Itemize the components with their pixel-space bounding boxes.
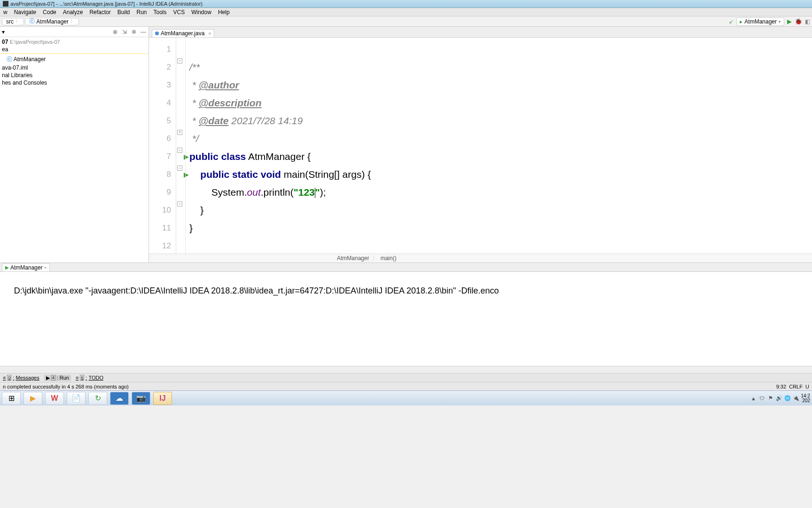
- tree-row[interactable]: hes and Consoles: [0, 79, 148, 87]
- gear-icon[interactable]: ✲: [131, 29, 137, 35]
- tree-row[interactable]: nal Libraries: [0, 71, 148, 79]
- editor-breadcrumbs[interactable]: AtmManager 〉 main(): [149, 254, 812, 262]
- breadcrumb-item[interactable]: AtmManager: [337, 255, 369, 262]
- menu-item[interactable]: Refactor: [86, 9, 114, 16]
- line-ending[interactable]: CRLF: [789, 384, 803, 389]
- run-button[interactable]: ▶: [787, 18, 792, 25]
- windows-taskbar: ⊞ ▶ W 📄 ↻ ☁ 📷 IJ ▲ 🛡 ⚑ 🔊 🌐 🔌 14:2 202: [0, 390, 812, 405]
- menu-item[interactable]: Window: [188, 9, 215, 16]
- status-message: n completed successfully in 4 s 268 ms (…: [3, 384, 129, 389]
- fold-toggle[interactable]: −: [177, 166, 182, 171]
- line-number: 6: [149, 130, 176, 148]
- status-bar: n completed successfully in 4 s 268 ms (…: [0, 382, 812, 390]
- tool-tab-messages[interactable]: ≡ 0: Messages: [3, 375, 39, 381]
- fold-column: − + − − −: [176, 38, 186, 254]
- class-icon: [155, 32, 159, 35]
- fold-toggle[interactable]: −: [177, 148, 182, 153]
- target-icon[interactable]: ⊕: [112, 29, 118, 35]
- tray-icon[interactable]: 🛡: [759, 395, 765, 402]
- code-content[interactable]: /** * @author * @description * @date 202…: [186, 38, 812, 254]
- chevron-right-icon: 〉: [70, 18, 75, 24]
- hide-icon[interactable]: —: [140, 29, 147, 35]
- close-icon[interactable]: ×: [208, 31, 211, 36]
- run-tab[interactable]: ▶ AtmManager ×: [2, 263, 50, 271]
- taskbar-app[interactable]: 📷: [132, 392, 150, 405]
- window-title: avaProject\java-07] - ...\src\AtmManager…: [10, 1, 203, 7]
- line-number: 8▶: [149, 166, 176, 183]
- line-number: 4: [149, 94, 176, 112]
- line-number: 9: [149, 183, 176, 201]
- collapse-icon[interactable]: ⇲: [121, 29, 128, 35]
- code-editor[interactable]: 1 2 3 4 5 6 7▶ 8▶ 9 10 11 12 − + − − −: [149, 38, 812, 254]
- close-icon[interactable]: ×: [44, 265, 47, 270]
- run-config-icon: ▸: [740, 18, 742, 25]
- menu-bar[interactable]: w Navigate Code Analyze Refactor Build R…: [0, 8, 812, 16]
- tray-icon[interactable]: 🔌: [793, 395, 799, 402]
- menu-item[interactable]: Help: [215, 9, 233, 16]
- taskbar-app[interactable]: W: [45, 392, 64, 405]
- menu-item[interactable]: Tools: [150, 9, 170, 16]
- breadcrumb-label: AtmManager: [36, 18, 69, 25]
- window-title-bar: avaProject\java-07] - ...\src\AtmManager…: [0, 0, 812, 8]
- build-icon[interactable]: ↙: [729, 18, 734, 25]
- run-tool-header: ▶ AtmManager ×: [0, 262, 812, 272]
- cursor-position[interactable]: 9:32: [776, 384, 786, 389]
- run-config-dropdown[interactable]: ▸ AtmManager ▾: [736, 17, 784, 26]
- tree-row[interactable]: ea: [0, 46, 148, 53]
- project-header: ▾ ⊕ ⇲ ✲ —: [0, 27, 148, 37]
- editor-tab[interactable]: AtmManager.java ×: [152, 29, 214, 37]
- taskbar-app[interactable]: 📄: [67, 392, 86, 405]
- debug-button[interactable]: 🐞: [795, 18, 802, 25]
- breadcrumb-item[interactable]: main(): [381, 255, 397, 262]
- tool-tab-todo[interactable]: ≡ 6: TODO: [76, 375, 103, 381]
- editor-area: AtmManager.java × 1 2 3 4 5 6 7▶ 8▶ 9 10…: [149, 27, 812, 262]
- taskbar-app[interactable]: ▶: [23, 392, 42, 405]
- taskbar-app[interactable]: ☁: [110, 392, 129, 405]
- fold-toggle[interactable]: −: [177, 201, 182, 206]
- fold-toggle[interactable]: +: [177, 130, 182, 135]
- taskbar-app[interactable]: ↻: [88, 392, 107, 405]
- line-number: 12: [149, 237, 176, 254]
- console-text: D:\jdk\bin\java.exe "-javaagent:D:\IDEA\…: [14, 286, 499, 295]
- tree-row[interactable]: ava-07.iml: [0, 64, 148, 71]
- tray-icon[interactable]: 🌐: [784, 395, 791, 402]
- fold-toggle[interactable]: −: [177, 58, 182, 64]
- start-button[interactable]: ⊞: [2, 392, 21, 405]
- menu-item[interactable]: Build: [114, 9, 133, 16]
- run-tab-label: AtmManager: [10, 264, 43, 271]
- console-output[interactable]: D:\jdk\bin\java.exe "-javaagent:D:\IDEA\…: [0, 272, 812, 366]
- tray-icon[interactable]: ⚑: [767, 395, 774, 402]
- menu-item[interactable]: Analyze: [60, 9, 86, 16]
- tool-tab-run[interactable]: ▶ 4: Run: [44, 375, 71, 381]
- bottom-tool-tabs: ≡ 0: Messages ▶ 4: Run ≡ 6: TODO: [0, 373, 812, 382]
- encoding[interactable]: U: [805, 384, 809, 389]
- tray-icon[interactable]: 🔊: [776, 395, 782, 402]
- menu-item[interactable]: Navigate: [11, 9, 39, 16]
- chevron-down-icon: ▾: [779, 19, 781, 24]
- tray-icon[interactable]: ▲: [750, 395, 757, 402]
- line-number: 2: [149, 58, 176, 76]
- project-tool-window: ▾ ⊕ ⇲ ✲ — 07 E:\javaProject\java-07 ea ⓒ…: [0, 27, 149, 262]
- editor-tabs: AtmManager.java ×: [149, 27, 812, 38]
- app-icon: [3, 1, 8, 7]
- taskbar-clock[interactable]: 14:2 202: [801, 394, 810, 403]
- menu-item[interactable]: w: [0, 9, 11, 16]
- tab-label: AtmManager.java: [161, 30, 204, 37]
- menu-item[interactable]: Run: [133, 9, 150, 16]
- system-tray: ▲ 🛡 ⚑ 🔊 🌐 🔌 14:2 202: [750, 394, 810, 403]
- line-number: 7▶: [149, 148, 176, 166]
- menu-item[interactable]: Code: [39, 9, 60, 16]
- taskbar-app-intellij[interactable]: IJ: [153, 392, 172, 405]
- coverage-button[interactable]: ◧: [805, 18, 810, 25]
- line-number: 5: [149, 112, 176, 130]
- line-number: 11: [149, 219, 176, 237]
- menu-item[interactable]: VCS: [170, 9, 188, 16]
- project-tree[interactable]: 07 E:\javaProject\java-07 ea ⓒ AtmManage…: [0, 37, 148, 262]
- line-number: 1: [149, 40, 176, 58]
- tree-root[interactable]: 07 E:\javaProject\java-07: [0, 38, 148, 46]
- breadcrumb-src[interactable]: src 〉: [2, 18, 24, 25]
- breadcrumb-class[interactable]: ⓒ AtmManager 〉: [25, 18, 79, 25]
- tree-row[interactable]: ⓒ AtmManager: [0, 55, 148, 64]
- spacer: [0, 366, 812, 373]
- line-gutter: 1 2 3 4 5 6 7▶ 8▶ 9 10 11 12: [149, 38, 176, 254]
